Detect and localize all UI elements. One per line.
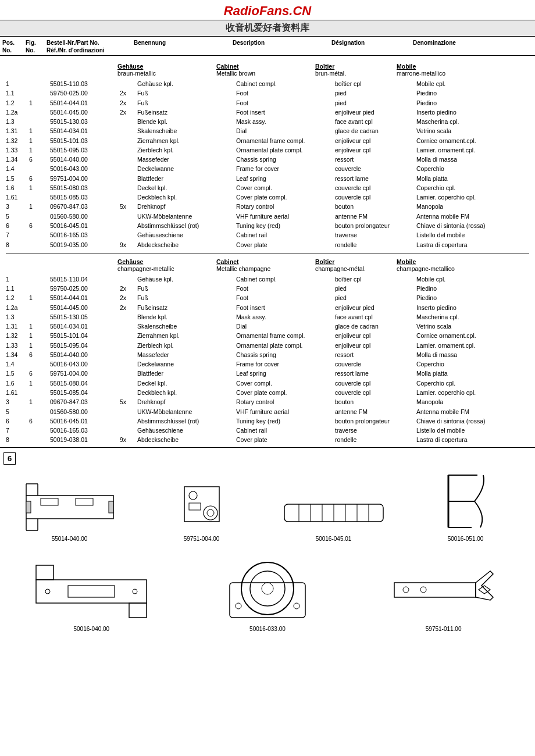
cell-it: Manopola: [416, 202, 509, 211]
cell-it: Cornice ornament.cpl.: [416, 136, 509, 145]
cell-qty: 5x: [120, 397, 137, 406]
cell-qty: [120, 388, 137, 397]
svg-point-12: [189, 491, 197, 500]
cell-fr: glace de cadran: [335, 322, 416, 331]
cell-en: Cover compl.: [236, 183, 335, 192]
cell-fr: enjoliveur cpl: [335, 331, 416, 340]
cell-qty: [120, 221, 137, 230]
cell-fr: pied: [335, 98, 416, 108]
cell-de: Fuß: [137, 98, 236, 108]
cell-fr: boîtier cpl: [335, 79, 416, 88]
table-row: 1.34 6 55014-040.00 Massefeder Chassis s…: [3, 155, 532, 164]
table-row: 1.6 1 55015-080.04 Deckel kpl. Cover com…: [3, 379, 532, 388]
cell-fig: [29, 192, 50, 202]
table-row: 1.33 1 55015-095.04 Zierblech kpl. Ornam…: [3, 341, 532, 350]
cell-it: Molla piatta: [416, 174, 509, 183]
cell-de: Fuß: [137, 88, 236, 98]
cell-de: Zierblech kpl.: [137, 341, 236, 350]
cell-en: Rotary control: [236, 202, 335, 211]
part-num-55014-040: 55014-040.00: [52, 536, 88, 542]
cell-qty: [120, 145, 137, 155]
cell-fr: enjoliveur cpl: [335, 145, 416, 155]
cell-en: Leaf spring: [236, 174, 335, 183]
cell-it: Manopola: [416, 397, 509, 406]
cell-de: Zierrahmen kpl.: [137, 136, 236, 145]
cell-de: Deckblech kpl.: [137, 192, 236, 202]
cell-fig: 1: [29, 379, 50, 388]
cell-de: Deckelwanne: [137, 359, 236, 369]
cell-de: UKW-Möbelantenne: [137, 407, 236, 416]
s2-de-header: Gehäuse champagner-metallic: [117, 258, 216, 272]
cell-pos: 1.32: [6, 136, 29, 145]
cell-it: Piedino: [416, 98, 509, 108]
table-row: 1.6 1 55015-080.03 Deckel kpl. Cover com…: [3, 183, 532, 192]
cell-en: Foot insert: [236, 108, 335, 117]
cell-en: Ornamental frame compl.: [236, 136, 335, 145]
cell-fig: 6: [29, 416, 50, 426]
cell-fig: [29, 108, 50, 117]
parts-table-1: 1 55015-110.03 Gehäuse kpl. Cabinet comp…: [3, 79, 532, 249]
cell-qty: 2x: [120, 293, 137, 302]
s1-de-header: Gehäuse braun-metallic: [117, 63, 216, 77]
svg-rect-40: [394, 583, 476, 597]
cell-qty: [120, 183, 137, 192]
cell-fig: 6: [29, 155, 50, 164]
cell-qty: [120, 192, 137, 202]
cell-it: Antenna mobile FM: [416, 212, 509, 221]
s1-en-header: Cabinet Metallic brown: [216, 63, 315, 77]
cell-it: Coperchio: [416, 164, 509, 173]
cell-en: Ornamental frame compl.: [236, 331, 335, 340]
cell-fr: face avant cpl: [335, 312, 416, 322]
col-designation: Désignation: [331, 39, 413, 54]
cell-pos: 1.2a: [6, 108, 29, 117]
cell-fig: 6: [29, 350, 50, 359]
cell-partno: 50016-165.03: [50, 230, 120, 240]
cell-it: Molla di massa: [416, 350, 509, 359]
diagram-section: 6 55014-040.00: [0, 447, 535, 643]
cell-qty: [120, 341, 137, 350]
cell-it: Lastra di copertura: [416, 435, 509, 444]
cell-fr: antenne FM: [335, 407, 416, 416]
cell-fig: [29, 230, 50, 240]
cell-de: Massefeder: [137, 155, 236, 164]
cell-partno: 55015-110.03: [50, 79, 120, 88]
cell-qty: [120, 164, 137, 173]
cell-partno: 55015-101.04: [50, 331, 120, 340]
svg-point-35: [241, 562, 294, 615]
cell-it: Piedino: [416, 293, 509, 302]
cell-it: Inserto piedino: [416, 108, 509, 117]
cell-fig: [29, 79, 50, 88]
svg-point-33: [133, 589, 137, 594]
cell-pos: 1.5: [6, 369, 29, 378]
svg-rect-31: [68, 586, 115, 597]
cell-pos: 1.34: [6, 155, 29, 164]
cell-fr: rondelle: [335, 435, 416, 444]
cell-pos: 3: [6, 202, 29, 211]
diagram-50016-045: 50016-045.01: [276, 493, 392, 542]
cell-qty: [120, 331, 137, 340]
cell-qty: [120, 350, 137, 359]
part-num-50016-033: 50016-033.00: [249, 626, 286, 632]
cell-pos: 1.33: [6, 341, 29, 350]
cell-fr: face avant cpl: [335, 117, 416, 126]
cell-it: Coperchio cpl.: [416, 379, 509, 388]
cell-qty: [120, 174, 137, 183]
cell-it: Mascherina cpl.: [416, 117, 509, 126]
cell-de: Skalenscheibe: [137, 126, 236, 135]
cell-fig: [29, 117, 50, 126]
cell-qty: 2x: [120, 88, 137, 98]
cell-qty: 2x: [120, 284, 137, 293]
cell-qty: [120, 322, 137, 331]
cell-qty: 2x: [120, 303, 137, 312]
cell-partno: 55015-080.03: [50, 183, 120, 192]
part-svg-50016-045: [281, 493, 386, 533]
cell-pos: 1.32: [6, 331, 29, 340]
cell-partno: 50016-043.00: [50, 164, 120, 173]
cell-pos: 6: [6, 416, 29, 426]
svg-rect-9: [26, 501, 31, 513]
table-row: 1.5 6 59751-004.00 Blattfeder Leaf sprin…: [3, 174, 532, 183]
svg-rect-29: [36, 565, 54, 580]
cell-pos: 1.61: [6, 388, 29, 397]
cell-de: Zierrahmen kpl.: [137, 331, 236, 340]
table-row: 7 50016-165.03 Gehäuseschiene Cabinet ra…: [3, 426, 532, 435]
